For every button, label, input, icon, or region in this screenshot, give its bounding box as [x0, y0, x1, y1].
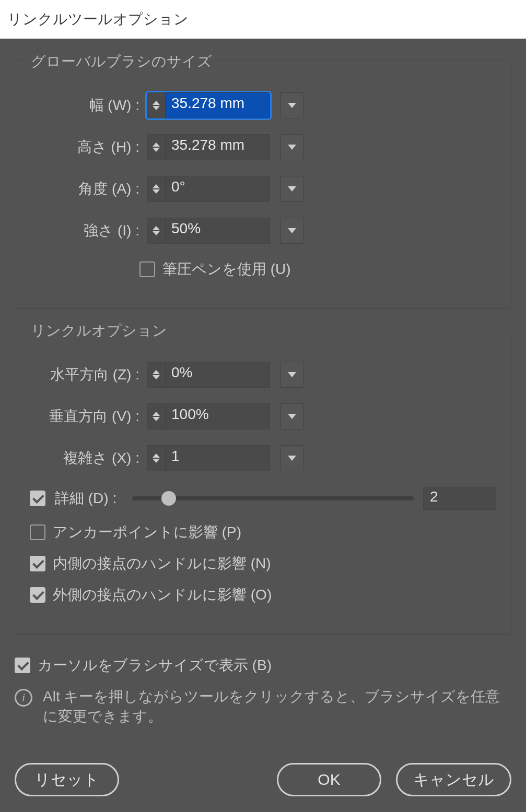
width-label: 幅 (W) :: [30, 95, 139, 115]
chevron-down-icon: [288, 372, 296, 377]
out-handle-checkbox[interactable]: [30, 587, 45, 603]
caret-down-icon: [153, 231, 160, 235]
complexity-label: 複雑さ (X) :: [30, 448, 139, 468]
intensity-input-group: 50%: [147, 218, 270, 244]
caret-up-icon: [153, 226, 160, 230]
complexity-input-group: 1: [147, 445, 270, 471]
caret-down-icon: [153, 148, 160, 152]
intensity-dropdown[interactable]: [280, 218, 303, 244]
angle-spinner[interactable]: [147, 176, 166, 202]
vertical-input-group: 100%: [147, 403, 270, 429]
width-input[interactable]: 35.278 mm: [166, 92, 270, 118]
horizontal-input[interactable]: 0%: [166, 362, 270, 388]
out-handle-label: 外側の接点のハンドルに影響 (O): [53, 585, 272, 605]
height-input-group: 35.278 mm: [147, 134, 270, 160]
chevron-down-icon: [288, 145, 296, 150]
height-label: 高さ (H) :: [30, 137, 139, 157]
angle-label: 角度 (A) :: [30, 179, 139, 199]
complexity-input[interactable]: 1: [166, 445, 270, 471]
chevron-down-icon: [288, 103, 296, 108]
intensity-spinner[interactable]: [147, 218, 166, 244]
chevron-down-icon: [288, 228, 296, 233]
caret-down-icon: [153, 189, 160, 194]
horizontal-dropdown[interactable]: [280, 362, 303, 388]
caret-down-icon: [153, 417, 160, 421]
caret-down-icon: [153, 459, 160, 463]
wrinkle-options-group: リンクルオプション 水平方向 (Z) : 0% 垂直方向 (V) : 100%: [15, 330, 511, 635]
vertical-label: 垂直方向 (V) :: [30, 407, 139, 426]
anchor-checkbox[interactable]: [30, 524, 45, 540]
slider-thumb[interactable]: [161, 491, 176, 506]
button-bar: リセット OK キャンセル: [15, 763, 511, 796]
vertical-dropdown[interactable]: [280, 403, 303, 429]
complexity-dropdown[interactable]: [280, 445, 303, 471]
caret-down-icon: [153, 375, 160, 379]
cursor-checkbox[interactable]: [15, 658, 30, 673]
anchor-label: アンカーポイントに影響 (P): [53, 522, 241, 542]
intensity-input[interactable]: 50%: [166, 218, 270, 244]
caret-up-icon: [153, 412, 160, 416]
horizontal-label: 水平方向 (Z) :: [30, 365, 139, 385]
caret-up-icon: [153, 184, 160, 188]
dialog-body: グローバルブラシのサイズ 幅 (W) : 35.278 mm 高さ (H) : …: [0, 39, 526, 812]
cursor-label: カーソルをブラシサイズで表示 (B): [38, 655, 272, 675]
chevron-down-icon: [288, 456, 296, 461]
height-input[interactable]: 35.278 mm: [166, 134, 270, 160]
intensity-label: 強さ (I) :: [30, 221, 139, 241]
pressure-label: 筆圧ペンを使用 (U): [162, 259, 291, 279]
complexity-spinner[interactable]: [147, 445, 166, 471]
horizontal-spinner[interactable]: [147, 362, 166, 388]
width-dropdown[interactable]: [280, 92, 303, 118]
caret-up-icon: [153, 453, 160, 458]
in-handle-checkbox[interactable]: [30, 556, 45, 571]
caret-up-icon: [153, 101, 160, 105]
width-spinner[interactable]: [147, 92, 166, 118]
height-dropdown[interactable]: [280, 134, 303, 160]
cancel-button[interactable]: キャンセル: [396, 763, 511, 796]
angle-input[interactable]: 0°: [166, 176, 270, 202]
dialog-title: リンクルツールオプション: [0, 0, 526, 39]
info-text: Alt キーを押しながらツールをクリックすると、ブラシサイズを任意に変更できます…: [43, 687, 511, 726]
brush-size-legend: グローバルブラシのサイズ: [27, 52, 216, 71]
width-input-group: 35.278 mm: [147, 92, 270, 118]
chevron-down-icon: [288, 186, 296, 192]
caret-up-icon: [153, 370, 160, 374]
brush-size-group: グローバルブラシのサイズ 幅 (W) : 35.278 mm 高さ (H) : …: [15, 61, 511, 309]
ok-button[interactable]: OK: [277, 763, 381, 796]
height-spinner[interactable]: [147, 134, 166, 160]
caret-down-icon: [153, 106, 160, 110]
caret-up-icon: [153, 142, 160, 147]
wrinkle-legend: リンクルオプション: [27, 321, 171, 341]
detail-slider[interactable]: [132, 496, 414, 500]
info-icon: i: [15, 689, 32, 707]
chevron-down-icon: [288, 414, 296, 419]
detail-checkbox[interactable]: [30, 491, 45, 506]
angle-input-group: 0°: [147, 176, 270, 202]
detail-label: 詳細 (D) :: [55, 488, 123, 508]
info-row: i Alt キーを押しながらツールをクリックすると、ブラシサイズを任意に変更でき…: [15, 687, 511, 726]
reset-button[interactable]: リセット: [15, 763, 119, 796]
vertical-spinner[interactable]: [147, 403, 166, 429]
vertical-input[interactable]: 100%: [166, 403, 270, 429]
in-handle-label: 内側の接点のハンドルに影響 (N): [53, 554, 271, 574]
pressure-checkbox[interactable]: [139, 261, 155, 277]
angle-dropdown[interactable]: [280, 176, 303, 202]
horizontal-input-group: 0%: [147, 362, 270, 388]
detail-value-input[interactable]: 2: [423, 487, 496, 510]
